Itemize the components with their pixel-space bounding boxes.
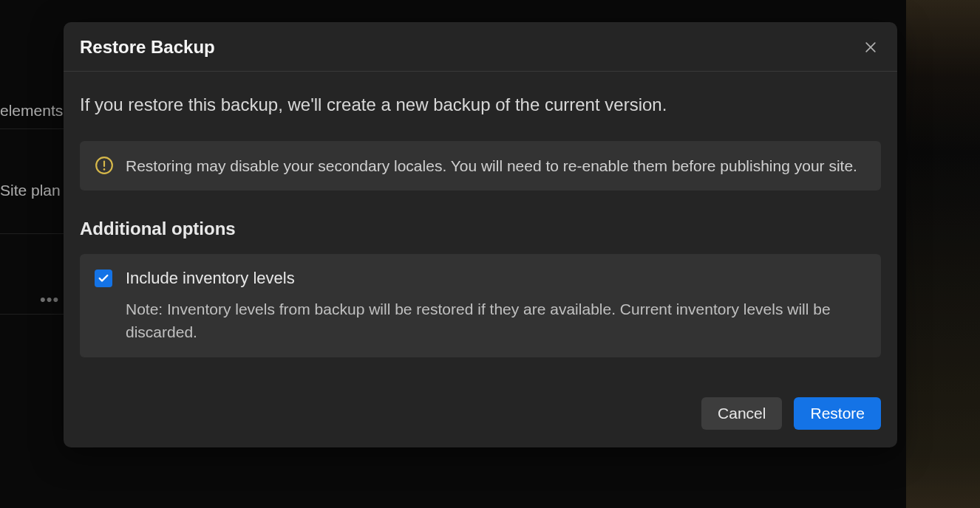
include-inventory-checkbox[interactable] (95, 270, 112, 287)
modal-description: If you restore this backup, we'll create… (80, 92, 881, 117)
option-content: Include inventory levels Note: Inventory… (126, 267, 866, 344)
option-note: Note: Inventory levels from backup will … (126, 298, 866, 344)
cancel-button[interactable]: Cancel (701, 397, 782, 430)
modal-header: Restore Backup (64, 22, 897, 72)
modal-body: If you restore this backup, we'll create… (64, 72, 897, 374)
close-icon (863, 40, 878, 55)
warning-icon (95, 156, 114, 175)
check-icon (98, 272, 109, 284)
option-label: Include inventory levels (126, 267, 866, 290)
additional-options-heading: Additional options (80, 219, 881, 239)
option-box: Include inventory levels Note: Inventory… (80, 254, 881, 357)
modal-footer: Cancel Restore (64, 397, 897, 447)
restore-backup-modal: Restore Backup If you restore this backu… (64, 22, 897, 447)
close-button[interactable] (860, 37, 881, 58)
warning-box: Restoring may disable your secondary loc… (80, 141, 881, 191)
modal-title: Restore Backup (80, 37, 215, 58)
warning-text: Restoring may disable your secondary loc… (126, 154, 857, 178)
svg-point-4 (103, 168, 106, 171)
restore-button[interactable]: Restore (794, 397, 881, 430)
